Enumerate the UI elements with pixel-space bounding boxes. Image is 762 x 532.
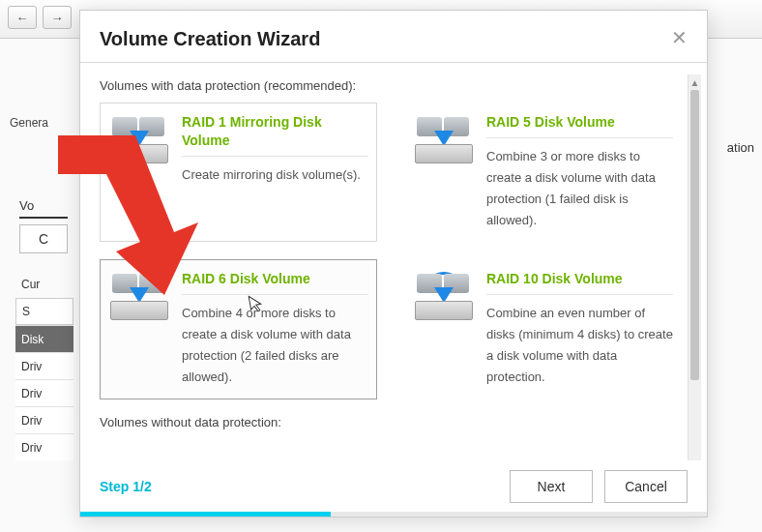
option-raid6[interactable]: RAID 6 Disk Volume Combine 4 or more dis… (100, 259, 377, 399)
section-unprotected-label: Volumes without data protection: (100, 415, 682, 429)
next-button[interactable]: Next (510, 470, 593, 503)
modal-footer: Step 1/2 Next Cancel (80, 460, 707, 517)
option-desc: Combine an even number of disks (minimum… (486, 303, 673, 388)
scroll-up-icon[interactable]: ▲ (689, 74, 701, 90)
background-sidebar: Cur S Disk Driv Driv Driv Driv (15, 271, 73, 460)
sidebar-item-drive[interactable]: Driv (15, 379, 73, 406)
progress-fill (80, 512, 331, 517)
scrollbar[interactable]: ▲ (688, 74, 701, 460)
back-button[interactable]: ← (8, 6, 37, 29)
option-title: RAID 6 Disk Volume (182, 270, 368, 295)
section-protected-label: Volumes with data protection (recommende… (100, 78, 682, 93)
background-right-label: ation (727, 140, 754, 155)
modal-title: Volume Creation Wizard (100, 28, 320, 50)
raid-disk-icon (108, 113, 170, 165)
option-raid5[interactable]: RAID 5 Disk Volume Combine 3 or more dis… (404, 103, 682, 242)
raid-disk-icon (413, 113, 475, 165)
modal-body: Volumes with data protection (recommende… (80, 63, 707, 460)
progress-bar (80, 512, 707, 517)
step-indicator: Step 1/2 (100, 479, 152, 494)
option-desc: Combine 4 or more disks to create a disk… (182, 303, 368, 388)
forward-button[interactable]: → (43, 6, 72, 29)
option-title: RAID 1 Mirroring Disk Volume (182, 113, 368, 157)
close-icon[interactable]: ✕ (671, 28, 688, 47)
raid-disk-icon (413, 270, 475, 322)
option-desc: Create mirroring disk volume(s). (182, 164, 368, 186)
modal-header: Volume Creation Wizard ✕ (80, 11, 707, 63)
option-raid1[interactable]: RAID 1 Mirroring Disk Volume Create mirr… (100, 103, 377, 242)
option-title: RAID 5 Disk Volume (486, 113, 673, 138)
cancel-button[interactable]: Cancel (604, 470, 688, 503)
sidebar-item-disk[interactable]: Disk (15, 325, 73, 352)
background-create-button[interactable]: C (19, 224, 68, 253)
sidebar-item-drive[interactable]: Driv (15, 433, 73, 460)
option-desc: Combine 3 or more disks to create a disk… (486, 146, 673, 231)
sidebar-label-current: Cur (15, 271, 73, 298)
raid-options-grid: RAID 1 Mirroring Disk Volume Create mirr… (100, 103, 682, 399)
raid-disk-icon (108, 270, 170, 322)
volume-creation-wizard-modal: Volume Creation Wizard ✕ Volumes with da… (79, 10, 708, 517)
option-raid10[interactable]: RAID 10 Disk Volume Combine an even numb… (404, 259, 682, 399)
sidebar-select[interactable]: S (15, 298, 73, 325)
background-tab[interactable]: Vo (19, 198, 68, 219)
option-title: RAID 10 Disk Volume (486, 270, 673, 295)
sidebar-item-drive[interactable]: Driv (15, 406, 73, 433)
scroll-thumb[interactable] (690, 90, 699, 380)
background-left-label: Genera (10, 116, 73, 130)
sidebar-item-drive[interactable]: Driv (15, 352, 73, 379)
